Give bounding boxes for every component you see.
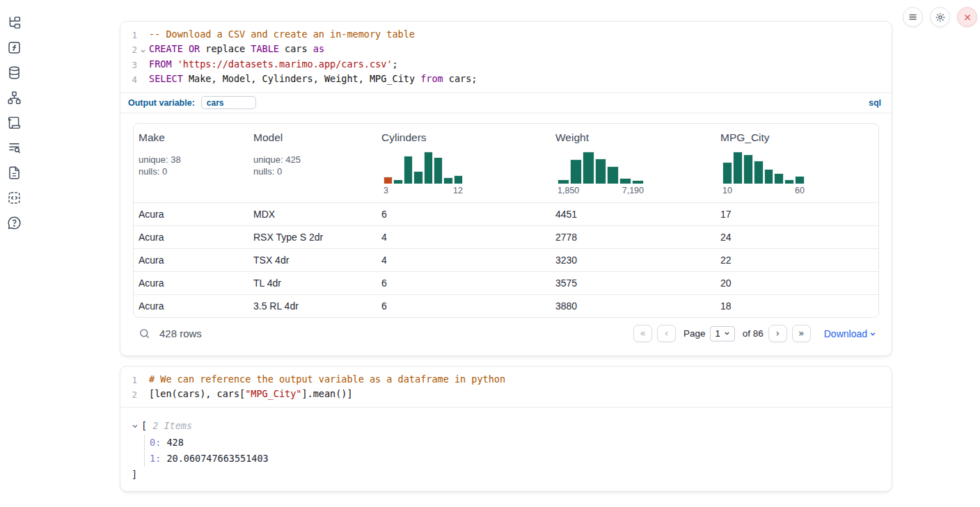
column-header-weight[interactable]: Weight 1,8507,190	[551, 124, 716, 202]
column-header-cylinders[interactable]: Cylinders 312	[377, 124, 551, 202]
list-close-bracket: ]	[132, 469, 880, 480]
histogram-bar	[583, 152, 594, 184]
histogram-bar	[722, 162, 732, 184]
histogram-bar	[754, 161, 764, 184]
next-page-button[interactable]: ›	[768, 325, 787, 342]
code-line: [len(cars), cars["MPG_City"].mean()]	[149, 387, 353, 402]
previous-page-button[interactable]: ‹	[657, 325, 676, 342]
line-number: 2	[120, 387, 137, 402]
table-cell: 24	[716, 232, 878, 243]
search-icon[interactable]	[136, 328, 150, 339]
document-icon[interactable]	[6, 165, 22, 180]
histogram-bar	[454, 175, 463, 184]
table-cell: 6	[377, 209, 551, 220]
table-row: AcuraRSX Type S 2dr4277824	[134, 225, 878, 248]
close-icon[interactable]	[957, 7, 977, 27]
column-stats: unique: 425 nulls: 0	[253, 154, 371, 177]
language-badge[interactable]: sql	[869, 98, 883, 108]
histogram-bar	[632, 180, 644, 184]
line-number: 2	[120, 42, 137, 58]
page-select[interactable]: 1	[710, 326, 734, 341]
line-number: 1	[120, 28, 137, 42]
histogram-bar	[795, 176, 805, 184]
page-total-label: of 86	[743, 328, 764, 339]
database-icon[interactable]	[6, 65, 22, 80]
snippets-icon[interactable]	[6, 190, 22, 205]
table-cell: 18	[716, 300, 878, 312]
table-cell: Acura	[134, 232, 248, 243]
table-cell: 22	[716, 255, 878, 266]
menu-icon[interactable]	[903, 7, 923, 27]
data-table: Make unique: 38 nulls: 0 Model unique: 4…	[133, 123, 879, 318]
table-header: Make unique: 38 nulls: 0 Model unique: 4…	[134, 124, 878, 202]
table-cell: 17	[716, 209, 878, 220]
code-line: FROM 'https://datasets.marimo.app/cars.c…	[149, 58, 398, 72]
table-cell: Acura	[134, 277, 248, 289]
output-variable-input[interactable]	[201, 96, 256, 109]
notebook-actions	[903, 7, 977, 27]
sql-cell: 1-- Download a CSV and create an in-memo…	[120, 21, 892, 356]
line-number: 3	[120, 58, 137, 72]
download-button[interactable]: Download	[824, 328, 876, 339]
output-variable-row: Output variable: sql	[120, 92, 892, 113]
table-row: AcuraTL 4dr6357520	[134, 271, 878, 294]
table-cell: MDX	[248, 209, 377, 220]
line-number: 4	[120, 72, 137, 87]
table-cell: 6	[377, 300, 551, 312]
histogram-bar	[443, 177, 452, 184]
table-footer: 428 rows « ‹ Page 1 of 86 › » Download	[133, 319, 879, 348]
table-cell: 3880	[551, 300, 716, 312]
last-page-button[interactable]: »	[792, 325, 811, 342]
sql-code-editor[interactable]: 1-- Download a CSV and create an in-memo…	[120, 22, 892, 92]
histogram-bar	[413, 171, 422, 184]
column-header-model[interactable]: Model unique: 425 nulls: 0	[248, 124, 377, 202]
histogram-bar	[570, 159, 582, 184]
table-cell: RSX Type S 2dr	[248, 232, 377, 243]
notebook: 1-- Download a CSV and create an in-memo…	[120, 21, 892, 492]
gear-icon[interactable]	[930, 7, 950, 27]
list-item: 0: 428	[150, 435, 880, 451]
log-search-icon[interactable]	[6, 140, 22, 155]
histogram-bar	[558, 179, 569, 184]
histogram-bar	[733, 152, 743, 184]
histogram-bar	[774, 173, 784, 184]
mpg-city-histogram: 1060	[722, 150, 873, 195]
fold-toggle-icon[interactable]	[137, 42, 149, 58]
chevron-down-icon[interactable]	[132, 421, 139, 430]
table-row: AcuraMDX6445117	[134, 202, 878, 225]
column-header-make[interactable]: Make unique: 38 nulls: 0	[134, 124, 248, 202]
python-code-editor[interactable]: 1# We can reference the output variable …	[120, 367, 892, 407]
histogram-bar	[607, 166, 619, 184]
dependency-graph-icon[interactable]	[6, 90, 22, 105]
help-icon[interactable]	[6, 215, 22, 230]
function-square-icon[interactable]	[6, 40, 22, 55]
histogram-bar	[743, 154, 753, 184]
column-stats: unique: 38 nulls: 0	[139, 154, 243, 177]
histogram-bar	[619, 178, 631, 184]
histogram-bar	[434, 157, 443, 184]
pagination: « ‹ Page 1 of 86 › » Download	[633, 325, 876, 342]
file-tree-icon[interactable]	[6, 15, 22, 30]
table-cell: 20	[716, 277, 878, 289]
histogram-bar	[384, 177, 393, 184]
first-page-button[interactable]: «	[633, 325, 652, 342]
histogram-bar	[764, 169, 774, 184]
page-label: Page	[683, 328, 706, 339]
python-cell: 1# We can reference the output variable …	[120, 366, 892, 492]
row-count: 428 rows	[159, 328, 202, 339]
weight-histogram: 1,8507,190	[558, 150, 710, 195]
histogram-bar	[595, 159, 607, 184]
table-cell: Acura	[134, 255, 248, 266]
line-number: 1	[120, 373, 137, 387]
histogram-bar	[424, 152, 433, 184]
column-header-mpg-city[interactable]: MPG_City 1060	[716, 124, 878, 202]
output-variable-label: Output variable:	[128, 98, 195, 108]
table-cell: 4	[377, 232, 551, 243]
table-cell: 6	[377, 277, 551, 289]
table-cell: 4	[377, 255, 551, 266]
table-body: AcuraMDX6445117AcuraRSX Type S 2dr427782…	[134, 202, 878, 317]
histogram-bar	[784, 179, 794, 184]
scroll-icon[interactable]	[6, 115, 22, 130]
table-cell: 4451	[551, 209, 716, 220]
table-cell: 2778	[551, 232, 716, 243]
